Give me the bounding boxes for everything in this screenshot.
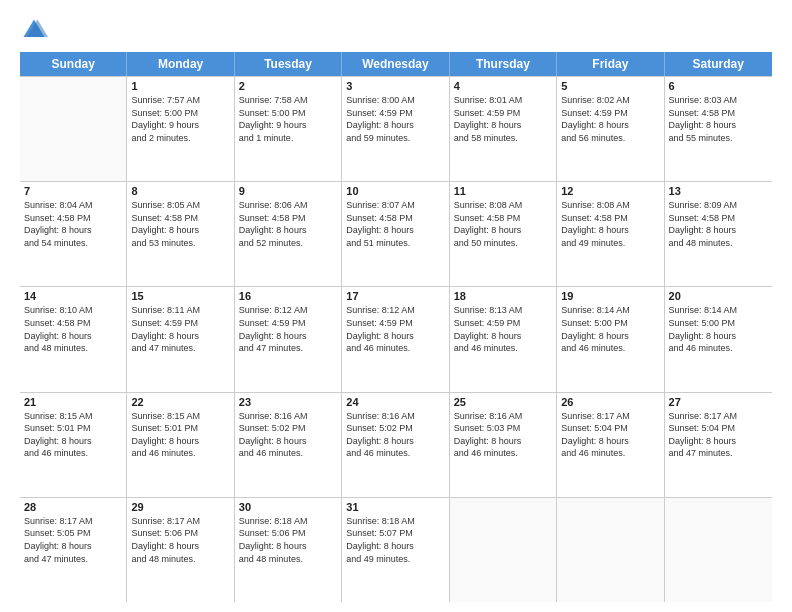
day-number: 2 xyxy=(239,80,337,92)
calendar-body: 1Sunrise: 7:57 AM Sunset: 5:00 PM Daylig… xyxy=(20,76,772,602)
calendar-cell: 17Sunrise: 8:12 AM Sunset: 4:59 PM Dayli… xyxy=(342,287,449,391)
calendar-cell: 30Sunrise: 8:18 AM Sunset: 5:06 PM Dayli… xyxy=(235,498,342,602)
header-day-friday: Friday xyxy=(557,52,664,76)
calendar-cell: 1Sunrise: 7:57 AM Sunset: 5:00 PM Daylig… xyxy=(127,77,234,181)
day-info: Sunrise: 7:57 AM Sunset: 5:00 PM Dayligh… xyxy=(131,94,229,144)
header-day-wednesday: Wednesday xyxy=(342,52,449,76)
day-number: 12 xyxy=(561,185,659,197)
calendar-cell xyxy=(665,498,772,602)
day-number: 31 xyxy=(346,501,444,513)
calendar-cell: 29Sunrise: 8:17 AM Sunset: 5:06 PM Dayli… xyxy=(127,498,234,602)
calendar-cell: 5Sunrise: 8:02 AM Sunset: 4:59 PM Daylig… xyxy=(557,77,664,181)
calendar-cell: 24Sunrise: 8:16 AM Sunset: 5:02 PM Dayli… xyxy=(342,393,449,497)
day-number: 1 xyxy=(131,80,229,92)
day-number: 6 xyxy=(669,80,768,92)
calendar-cell xyxy=(557,498,664,602)
day-number: 10 xyxy=(346,185,444,197)
day-info: Sunrise: 8:12 AM Sunset: 4:59 PM Dayligh… xyxy=(239,304,337,354)
day-info: Sunrise: 8:17 AM Sunset: 5:04 PM Dayligh… xyxy=(669,410,768,460)
calendar-cell: 8Sunrise: 8:05 AM Sunset: 4:58 PM Daylig… xyxy=(127,182,234,286)
day-info: Sunrise: 8:01 AM Sunset: 4:59 PM Dayligh… xyxy=(454,94,552,144)
day-number: 7 xyxy=(24,185,122,197)
calendar-cell: 18Sunrise: 8:13 AM Sunset: 4:59 PM Dayli… xyxy=(450,287,557,391)
day-number: 13 xyxy=(669,185,768,197)
calendar-cell: 11Sunrise: 8:08 AM Sunset: 4:58 PM Dayli… xyxy=(450,182,557,286)
calendar-week-3: 14Sunrise: 8:10 AM Sunset: 4:58 PM Dayli… xyxy=(20,287,772,392)
day-info: Sunrise: 8:16 AM Sunset: 5:02 PM Dayligh… xyxy=(346,410,444,460)
day-info: Sunrise: 7:58 AM Sunset: 5:00 PM Dayligh… xyxy=(239,94,337,144)
header-day-tuesday: Tuesday xyxy=(235,52,342,76)
day-info: Sunrise: 8:17 AM Sunset: 5:06 PM Dayligh… xyxy=(131,515,229,565)
calendar-cell: 25Sunrise: 8:16 AM Sunset: 5:03 PM Dayli… xyxy=(450,393,557,497)
day-number: 24 xyxy=(346,396,444,408)
day-number: 11 xyxy=(454,185,552,197)
day-info: Sunrise: 8:10 AM Sunset: 4:58 PM Dayligh… xyxy=(24,304,122,354)
header xyxy=(20,16,772,44)
day-info: Sunrise: 8:15 AM Sunset: 5:01 PM Dayligh… xyxy=(24,410,122,460)
calendar-cell: 19Sunrise: 8:14 AM Sunset: 5:00 PM Dayli… xyxy=(557,287,664,391)
day-info: Sunrise: 8:07 AM Sunset: 4:58 PM Dayligh… xyxy=(346,199,444,249)
day-info: Sunrise: 8:13 AM Sunset: 4:59 PM Dayligh… xyxy=(454,304,552,354)
calendar-cell xyxy=(20,77,127,181)
day-number: 3 xyxy=(346,80,444,92)
calendar-cell: 9Sunrise: 8:06 AM Sunset: 4:58 PM Daylig… xyxy=(235,182,342,286)
calendar-cell: 10Sunrise: 8:07 AM Sunset: 4:58 PM Dayli… xyxy=(342,182,449,286)
calendar-cell: 7Sunrise: 8:04 AM Sunset: 4:58 PM Daylig… xyxy=(20,182,127,286)
header-day-saturday: Saturday xyxy=(665,52,772,76)
day-number: 22 xyxy=(131,396,229,408)
day-info: Sunrise: 8:00 AM Sunset: 4:59 PM Dayligh… xyxy=(346,94,444,144)
day-number: 20 xyxy=(669,290,768,302)
day-info: Sunrise: 8:12 AM Sunset: 4:59 PM Dayligh… xyxy=(346,304,444,354)
calendar-cell: 14Sunrise: 8:10 AM Sunset: 4:58 PM Dayli… xyxy=(20,287,127,391)
day-number: 25 xyxy=(454,396,552,408)
calendar-cell: 22Sunrise: 8:15 AM Sunset: 5:01 PM Dayli… xyxy=(127,393,234,497)
calendar-week-4: 21Sunrise: 8:15 AM Sunset: 5:01 PM Dayli… xyxy=(20,393,772,498)
logo xyxy=(20,16,52,44)
day-info: Sunrise: 8:16 AM Sunset: 5:03 PM Dayligh… xyxy=(454,410,552,460)
day-number: 23 xyxy=(239,396,337,408)
calendar-cell xyxy=(450,498,557,602)
calendar-cell: 21Sunrise: 8:15 AM Sunset: 5:01 PM Dayli… xyxy=(20,393,127,497)
calendar-cell: 12Sunrise: 8:08 AM Sunset: 4:58 PM Dayli… xyxy=(557,182,664,286)
day-info: Sunrise: 8:08 AM Sunset: 4:58 PM Dayligh… xyxy=(561,199,659,249)
calendar-cell: 3Sunrise: 8:00 AM Sunset: 4:59 PM Daylig… xyxy=(342,77,449,181)
calendar-header: SundayMondayTuesdayWednesdayThursdayFrid… xyxy=(20,52,772,76)
day-number: 21 xyxy=(24,396,122,408)
calendar-cell: 16Sunrise: 8:12 AM Sunset: 4:59 PM Dayli… xyxy=(235,287,342,391)
header-day-monday: Monday xyxy=(127,52,234,76)
calendar-cell: 26Sunrise: 8:17 AM Sunset: 5:04 PM Dayli… xyxy=(557,393,664,497)
calendar-cell: 20Sunrise: 8:14 AM Sunset: 5:00 PM Dayli… xyxy=(665,287,772,391)
header-day-thursday: Thursday xyxy=(450,52,557,76)
day-info: Sunrise: 8:09 AM Sunset: 4:58 PM Dayligh… xyxy=(669,199,768,249)
day-number: 16 xyxy=(239,290,337,302)
day-info: Sunrise: 8:06 AM Sunset: 4:58 PM Dayligh… xyxy=(239,199,337,249)
calendar-week-5: 28Sunrise: 8:17 AM Sunset: 5:05 PM Dayli… xyxy=(20,498,772,602)
day-number: 26 xyxy=(561,396,659,408)
page: SundayMondayTuesdayWednesdayThursdayFrid… xyxy=(0,0,792,612)
day-info: Sunrise: 8:15 AM Sunset: 5:01 PM Dayligh… xyxy=(131,410,229,460)
day-number: 14 xyxy=(24,290,122,302)
day-number: 18 xyxy=(454,290,552,302)
logo-icon xyxy=(20,16,48,44)
day-info: Sunrise: 8:17 AM Sunset: 5:04 PM Dayligh… xyxy=(561,410,659,460)
calendar: SundayMondayTuesdayWednesdayThursdayFrid… xyxy=(20,52,772,602)
day-info: Sunrise: 8:17 AM Sunset: 5:05 PM Dayligh… xyxy=(24,515,122,565)
day-number: 27 xyxy=(669,396,768,408)
day-number: 19 xyxy=(561,290,659,302)
day-number: 4 xyxy=(454,80,552,92)
calendar-week-2: 7Sunrise: 8:04 AM Sunset: 4:58 PM Daylig… xyxy=(20,182,772,287)
day-number: 29 xyxy=(131,501,229,513)
calendar-cell: 27Sunrise: 8:17 AM Sunset: 5:04 PM Dayli… xyxy=(665,393,772,497)
day-number: 17 xyxy=(346,290,444,302)
day-number: 28 xyxy=(24,501,122,513)
day-info: Sunrise: 8:16 AM Sunset: 5:02 PM Dayligh… xyxy=(239,410,337,460)
day-info: Sunrise: 8:03 AM Sunset: 4:58 PM Dayligh… xyxy=(669,94,768,144)
day-info: Sunrise: 8:05 AM Sunset: 4:58 PM Dayligh… xyxy=(131,199,229,249)
calendar-cell: 28Sunrise: 8:17 AM Sunset: 5:05 PM Dayli… xyxy=(20,498,127,602)
calendar-cell: 31Sunrise: 8:18 AM Sunset: 5:07 PM Dayli… xyxy=(342,498,449,602)
day-info: Sunrise: 8:14 AM Sunset: 5:00 PM Dayligh… xyxy=(561,304,659,354)
day-number: 15 xyxy=(131,290,229,302)
calendar-week-1: 1Sunrise: 7:57 AM Sunset: 5:00 PM Daylig… xyxy=(20,76,772,182)
day-info: Sunrise: 8:04 AM Sunset: 4:58 PM Dayligh… xyxy=(24,199,122,249)
calendar-cell: 4Sunrise: 8:01 AM Sunset: 4:59 PM Daylig… xyxy=(450,77,557,181)
